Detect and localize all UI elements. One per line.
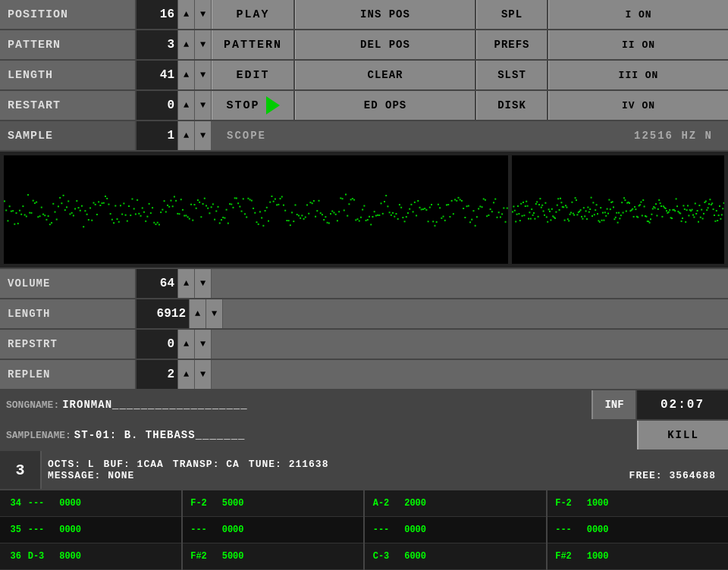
slst-button[interactable]: SLST [476,61,548,89]
replen-dn[interactable]: ▼ [195,360,212,389]
stop-button[interactable]: STOP [212,91,295,120]
volume-dn[interactable]: ▼ [195,269,212,298]
track-number: 3 [0,451,42,489]
pattern-value: 3 [136,30,178,59]
seq-note: F-2 [186,498,212,509]
table-row[interactable]: C-36000 [365,543,546,570]
info-bar: 3 OCTS: L BUF: 1CAA TRANSP: CA TUNE: 211… [0,451,728,490]
seq-note: C-3 [368,551,394,562]
seq-inst: 1000 [579,551,609,562]
length-up[interactable]: ▲ [178,61,195,89]
ed-ops-button[interactable]: ED OPS [295,91,476,120]
pattern-row: PATTERN 3 ▲ ▼ PATTERN DEL POS PREFS II O… [0,30,728,61]
table-row[interactable]: F#21000 [548,543,729,570]
lower-controls: VOLUME 64 ▲ ▼ LENGTH 6912 ▲ ▼ REPSTRT 0 … [0,269,728,390]
restart-up[interactable]: ▲ [178,91,195,120]
seq-inst: 5000 [214,498,244,509]
info-line1: OCTS: L BUF: 1CAA TRANSP: CA TUNE: 21163… [48,459,722,470]
waveform-right [512,155,724,264]
sample-dn[interactable]: ▼ [195,121,212,150]
volume-up[interactable]: ▲ [178,269,195,298]
seq-row-num: 35 [3,525,21,535]
on-indicator-1[interactable]: I ON [548,0,728,29]
inf-button[interactable]: INF [592,390,637,419]
pattern-up[interactable]: ▲ [178,30,195,59]
scope-label: SCOPE [227,130,266,142]
waveform-left [4,155,508,264]
pattern-label: PATTERN [0,30,136,59]
length-row: LENGTH 41 ▲ ▼ EDIT CLEAR SLST III ON [0,61,728,91]
repstrt-up[interactable]: ▲ [178,330,195,359]
table-row[interactable]: ---0000 [365,517,546,543]
prefs-button[interactable]: PREFS [476,30,548,59]
info-text: OCTS: L BUF: 1CAA TRANSP: CA TUNE: 21163… [42,451,728,489]
seq-note: F#2 [551,551,577,562]
table-row[interactable]: 34---0000 [0,490,181,517]
repstrt-dn[interactable]: ▼ [195,330,212,359]
restart-row: RESTART 0 ▲ ▼ STOP ED OPS DISK IV ON [0,91,728,121]
kill-button[interactable]: KILL [637,421,728,449]
seq-note: A-2 [368,498,394,509]
sample-up[interactable]: ▲ [178,121,195,150]
table-row[interactable]: F-21000 [548,490,729,517]
length-value: 41 [136,61,178,89]
volume-row: VOLUME 64 ▲ ▼ [0,269,728,299]
volume-label: VOLUME [0,269,136,298]
seq-note: F#2 [186,551,212,562]
edit-button[interactable]: EDIT [212,61,295,89]
repstrt-value: 0 [136,330,178,359]
buf-info: BUF: 1CAA [104,459,164,470]
length2-dn[interactable]: ▼ [206,299,223,328]
length2-row: LENGTH 6912 ▲ ▼ [0,299,728,330]
seq-inst: 2000 [396,498,426,509]
position-label: POSITION [0,0,136,29]
spl-button[interactable]: SPL [476,0,548,29]
position-row: POSITION 16 ▲ ▼ PLAY INS POS SPL I ON [0,0,728,30]
clear-button[interactable]: CLEAR [295,61,476,89]
length2-up[interactable]: ▲ [190,299,206,328]
seq-inst: 0000 [51,498,81,509]
replen-up[interactable]: ▲ [178,360,195,389]
sample-label: SAMPLE [0,121,136,150]
table-row[interactable]: ---0000 [183,517,364,543]
seq-inst: 8000 [51,551,81,562]
length-dn[interactable]: ▼ [195,61,212,89]
restart-dn[interactable]: ▼ [195,91,212,120]
table-row[interactable]: ---0000 [548,517,729,543]
position-dn[interactable]: ▼ [195,0,212,29]
del-pos-button[interactable]: DEL POS [295,30,476,59]
seq-row-num: 34 [3,498,21,509]
seq-inst: 0000 [214,525,244,535]
seq-inst: 0000 [396,525,426,535]
table-row[interactable]: F#25000 [183,543,364,570]
position-up[interactable]: ▲ [178,0,195,29]
seq-column-3: F-21000---0000F#21000---0000F-21000---00… [548,490,729,570]
hz-display: 12516 HZ N [619,121,728,150]
pattern-button[interactable]: PATTERN [212,30,295,59]
seq-note: --- [186,525,212,535]
samplename-value[interactable]: ST-01: B. THEBASS_______ [74,421,637,449]
seq-note: F-2 [551,498,577,509]
pattern-dn[interactable]: ▼ [195,30,212,59]
songname-value[interactable]: IRONMAN___________________ [62,390,592,419]
seq-inst: 0000 [51,525,81,535]
disk-button[interactable]: DISK [476,91,548,120]
song-area: SONGNAME: IRONMAN___________________ INF… [0,390,728,421]
replen-label: REPLEN [0,360,136,389]
ins-pos-button[interactable]: INS POS [295,0,476,29]
waveform-area [0,152,728,269]
repstrt-label: REPSTRT [0,330,136,359]
on-indicator-3[interactable]: III ON [548,61,728,89]
seq-column-1: F-25000---0000F#25000---0000F-25000---00… [183,490,366,570]
octs-info: OCTS: L [48,459,95,470]
sample-row: SAMPLE 1 ▲ ▼ SCOPE 12516 HZ N [0,121,728,152]
table-row[interactable]: F-25000 [183,490,364,517]
seq-note: D-3 [23,551,49,562]
play-button[interactable]: PLAY [212,0,295,29]
table-row[interactable]: 36D-38000 [0,543,181,570]
table-row[interactable]: 35---0000 [0,517,181,543]
table-row[interactable]: A-22000 [365,490,546,517]
on-indicator-4[interactable]: IV ON [548,91,728,120]
on-indicator-2[interactable]: II ON [548,30,728,59]
length2-value: 6912 [136,299,190,328]
